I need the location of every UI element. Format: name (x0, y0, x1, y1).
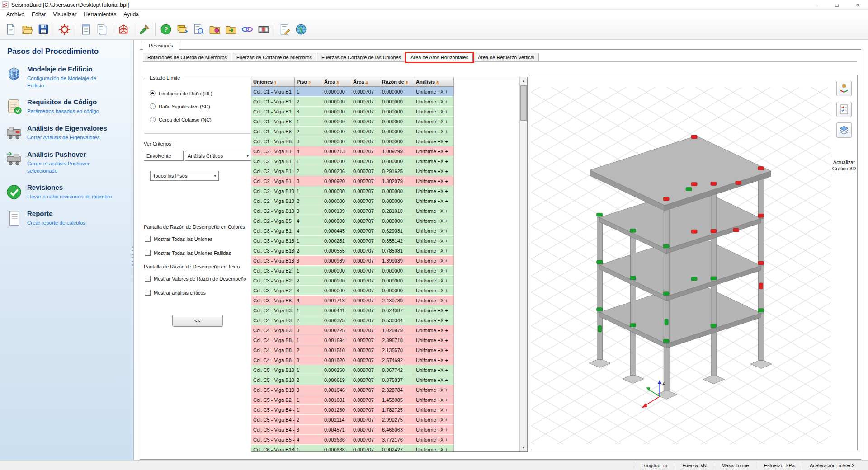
table-row[interactable]: Col. C2 - Viga B1 -20.0002060.0007070.29… (251, 166, 454, 176)
tools-button[interactable] (57, 22, 72, 37)
table-row[interactable]: Col. C4 - Viga B8 -10.0016940.0007072.39… (251, 335, 454, 345)
table-row[interactable]: Col. C5 - Viga B10 -10.0002600.0007070.3… (251, 365, 454, 375)
checkbox-row[interactable]: Mostrar Valores de Razón de Desempeño (145, 276, 251, 282)
table-row[interactable]: Col. C2 - Viga B540.0000000.0007070.0000… (251, 216, 454, 226)
step-title[interactable]: Reporte (27, 210, 85, 217)
table-row[interactable]: Col. C1 - Viga B830.0000000.0007070.0000… (251, 136, 454, 146)
table-row[interactable]: Col. C3 - Viga B140.0004450.0007070.6290… (251, 226, 454, 236)
menu-visualizar[interactable]: Visualizar (49, 10, 80, 19)
verify-doc-button[interactable] (191, 22, 206, 37)
table-row[interactable]: Col. C5 - Viga B210.0010310.0007071.4580… (251, 395, 454, 405)
step-title[interactable]: Modelaje de Edificio (27, 65, 113, 73)
sidebar-step-1[interactable]: Modelaje de EdificioConfiguración de Mod… (0, 61, 133, 94)
subtab-3[interactable]: Fuerzas de Cortante de las Uniones (317, 53, 406, 61)
pisos-combo[interactable]: Todos los Pisos ▾ (150, 171, 219, 181)
checkbox-row[interactable]: Mostrar Todas las Uniones Fallidas (145, 250, 251, 256)
column-header-4[interactable]: Área4 (351, 77, 380, 86)
table-row[interactable]: Col. C4 - Viga B8 -20.0015100.0007072.13… (251, 345, 454, 355)
table-scrollbar[interactable]: ▲ ▼ (519, 77, 527, 451)
table-row[interactable]: Col. C3 - Viga B1310.0002510.0007070.355… (251, 236, 454, 246)
menu-herramientas[interactable]: Herramientas (80, 10, 120, 19)
checkbox-row[interactable]: Mostrar Todas las Uniones (145, 236, 251, 242)
step-subtitle[interactable]: Correr Análisis de Eigenvalores (27, 134, 107, 141)
sidebar-step-3[interactable]: Análisis de EigenvaloresCorrer Análisis … (0, 120, 133, 146)
table-row[interactable]: Col. C4 - Viga B310.0004410.0007070.6240… (251, 306, 454, 315)
minimize-button[interactable]: – (806, 0, 826, 9)
sidebar-splitter[interactable] (132, 246, 133, 266)
checkbox-indicator[interactable] (145, 290, 151, 296)
batch-button[interactable] (175, 22, 190, 37)
checkbox-indicator[interactable] (145, 276, 151, 282)
table-row[interactable]: Col. C5 - Viga B4 -10.0012600.0007071.78… (251, 405, 454, 415)
step-title[interactable]: Análisis Pushover (27, 150, 113, 158)
copy-button[interactable] (94, 22, 110, 37)
column-header-3[interactable]: Área3 (322, 77, 351, 86)
radio-indicator[interactable] (150, 103, 156, 109)
table-row[interactable]: Col. C5 - Viga B5 -40.0026660.0007073.77… (251, 435, 454, 445)
table-row[interactable]: Col. C3 - Viga B840.0017180.0007072.4307… (251, 296, 454, 306)
web-button[interactable] (293, 22, 309, 37)
edit-report-button[interactable] (277, 22, 292, 37)
verify-list-button[interactable] (836, 102, 852, 117)
table-row[interactable]: Col. C1 - Viga B130.0000000.0007070.0000… (251, 107, 454, 117)
table-row[interactable]: Col. C2 - Viga B1030.0001990.0007070.281… (251, 206, 454, 216)
step-subtitle[interactable]: Correr el análisis Pushover seleccionado (27, 160, 113, 174)
step-title[interactable]: Requisitos de Código (27, 98, 99, 106)
structure-model-button[interactable] (116, 22, 131, 37)
table-row[interactable]: Col. C2 - Viga B1010.0000000.0007070.000… (251, 186, 454, 196)
table-row[interactable]: Col. C1 - Viga B110.0000000.0007070.0000… (251, 87, 454, 97)
layers-button[interactable] (836, 122, 852, 138)
table-row[interactable]: Col. C3 - Viga B1330.0009890.0007071.399… (251, 256, 454, 266)
subtab-4[interactable]: Área de Aros Horizontales (406, 53, 473, 62)
maximize-button[interactable]: □ (826, 0, 847, 9)
table-row[interactable]: Col. C1 - Viga B810.0000000.0007070.0000… (251, 117, 454, 127)
tab-revisiones[interactable]: Revisiones (143, 41, 179, 50)
table-row[interactable]: Col. C6 - Viga B13 -10.0006380.0007070.9… (251, 445, 454, 451)
folder-media-button[interactable] (207, 22, 222, 37)
table-row[interactable]: Col. C1 - Viga B120.0000000.0007070.0000… (251, 97, 454, 107)
limit-state-option-2[interactable]: Daño Significativo (SD) (150, 103, 247, 109)
step-subtitle[interactable]: Llevar a cabo revisiones de miembro (27, 193, 112, 201)
step-title[interactable]: Revisiones (27, 183, 112, 191)
model-3d-viewport[interactable]: z Actualizar Gráfico 3D (531, 75, 858, 450)
table-row[interactable]: Col. C2 - Viga B1 -10.0000000.0007070.00… (251, 156, 454, 166)
new-project-button[interactable] (3, 22, 19, 37)
update-3d-button[interactable]: Actualizar Gráfico 3D (831, 156, 857, 175)
table-row[interactable]: Col. C3 - Viga B1320.0005550.0007070.785… (251, 246, 454, 256)
collapse-panel-button[interactable]: << (172, 315, 223, 327)
table-row[interactable]: Col. C3 - Viga B210.0000000.0007070.0000… (251, 266, 454, 276)
table-row[interactable]: Col. C2 - Viga B1020.0000000.0007070.000… (251, 196, 454, 206)
column-header-2[interactable]: Piso2 (295, 77, 322, 86)
sidebar-step-5[interactable]: RevisionesLlevar a cabo revisiones de mi… (0, 179, 133, 205)
menu-archivo[interactable]: Archivo (3, 10, 28, 19)
subtab-2[interactable]: Fuerzas de Cortante de Miembros (232, 53, 316, 61)
help-button[interactable]: ? (158, 22, 174, 37)
brush-button[interactable] (137, 22, 152, 37)
links-button[interactable] (240, 22, 255, 37)
checkbox-row[interactable]: Mostrar análisis críticos (145, 290, 251, 296)
open-project-button[interactable] (19, 22, 35, 37)
table-row[interactable]: Col. C4 - Viga B320.0003750.0007070.5303… (251, 315, 454, 325)
sidebar-step-2[interactable]: Requisitos de CódigoParámetros basados e… (0, 94, 133, 120)
table-row[interactable]: Col. C5 - Viga B10 -20.0006190.0007070.8… (251, 375, 454, 385)
radio-indicator[interactable] (150, 90, 156, 96)
column-header-1[interactable]: Uniones1 (251, 77, 295, 86)
limit-state-option-3[interactable]: Cerca del Colapso (NC) (150, 117, 247, 122)
step-subtitle[interactable]: Crear reporte de cálculos (27, 220, 85, 227)
limit-state-option-1[interactable]: Limitación de Daño (DL) (150, 90, 247, 96)
animation-button[interactable] (256, 22, 271, 37)
subtab-1[interactable]: Rotaciones de Cuerda de Miembros (143, 53, 231, 61)
subtab-5[interactable]: Área de Refuerzo Vertical (473, 53, 539, 61)
folder-export-button[interactable] (223, 22, 239, 37)
scroll-down-icon[interactable]: ▼ (520, 444, 527, 451)
step-subtitle[interactable]: Configuración de Modelaje de Edificio (27, 75, 113, 89)
scroll-up-icon[interactable]: ▲ (520, 77, 527, 85)
envolvente-combo[interactable]: Envolvente (144, 151, 184, 161)
table-row[interactable]: Col. C5 - Viga B4 -30.0045710.0007076.46… (251, 425, 454, 435)
menu-editar[interactable]: Editar (28, 10, 49, 19)
sidebar-step-4[interactable]: Análisis PushoverCorrer el análisis Push… (0, 146, 133, 179)
column-header-5[interactable]: Razón de5 (380, 77, 414, 86)
table-row[interactable]: Col. C2 - Viga B140.0007130.0007071.0092… (251, 146, 454, 156)
table-row[interactable]: Col. C3 - Viga B230.0000000.0007070.0000… (251, 286, 454, 296)
save-button[interactable] (36, 22, 51, 37)
